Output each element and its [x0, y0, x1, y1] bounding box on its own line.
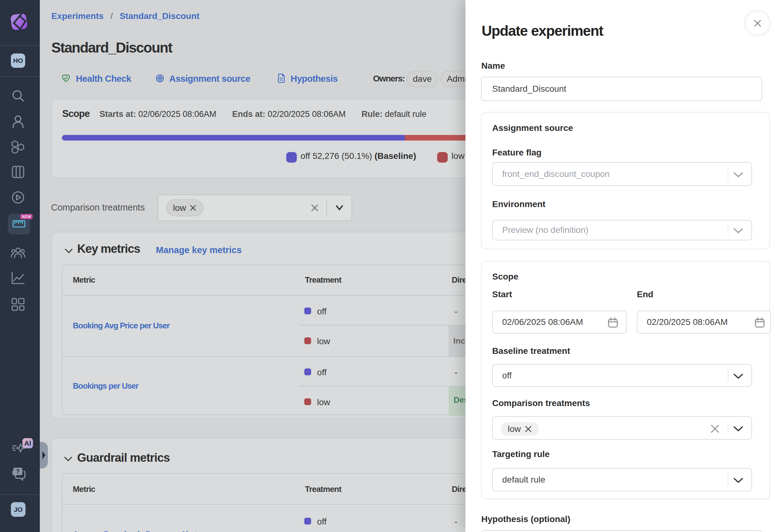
svg-text:?: ?	[16, 468, 20, 475]
